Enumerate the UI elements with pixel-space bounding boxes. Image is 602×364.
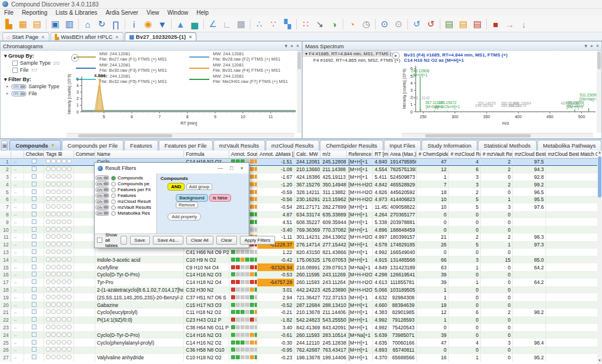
related-tables-icon[interactable]: ⇔ <box>13 235 18 240</box>
toggle-switch[interactable]: ON <box>95 187 109 192</box>
workflow-icon[interactable]: ↻ <box>95 18 109 31</box>
related-tables-icon[interactable]: ⇔ <box>13 175 18 180</box>
tag-circle[interactable] <box>46 302 51 307</box>
result-tab-compounds[interactable]: Compounds▼ <box>9 140 61 151</box>
tag-circle[interactable] <box>56 182 61 186</box>
grid-chart-icon[interactable]: ▩ <box>234 18 248 31</box>
and-operator-chip[interactable]: AND <box>168 183 185 191</box>
row-checkbox[interactable] <box>32 340 36 345</box>
row-checkbox[interactable] <box>32 257 36 262</box>
clear-button[interactable]: Clear <box>216 236 237 245</box>
table-vscrollbar[interactable]: ▲ ▼ <box>597 151 602 364</box>
tag-circle[interactable] <box>67 355 72 359</box>
related-tables-icon[interactable]: ⇔ <box>13 250 18 255</box>
menu-reporting[interactable]: Reporting <box>18 9 51 16</box>
column-header-link[interactable] <box>11 151 24 158</box>
table-row[interactable]: 11⇔Trp...-1.11301.14231284.13902[M+H-H2O… <box>0 233 602 241</box>
tag-circle[interactable] <box>56 257 61 262</box>
filter-by-header[interactable]: ▾ Filter By: <box>4 76 70 82</box>
tag-circle[interactable] <box>51 234 56 239</box>
chromatogram-plot[interactable]: 0123455678910114.844RT [min]Intensity [c… <box>66 74 299 131</box>
filter-table-item-features-per-fil[interactable]: ONFeatures per Fil <box>95 187 156 192</box>
related-tables-icon[interactable]: ⇔ <box>13 182 18 188</box>
tag-circle[interactable] <box>67 159 72 163</box>
tag-circle[interactable] <box>56 355 61 359</box>
row-checkbox[interactable] <box>32 249 36 254</box>
tag-circle[interactable] <box>56 174 61 179</box>
tag-circle[interactable] <box>46 234 51 239</box>
table-row[interactable]: 3⇔An...-1.67424.18386425.19113[M+H]+15.4… <box>0 173 602 181</box>
chromatogram-hscrollbar[interactable] <box>66 133 295 138</box>
tag-circle[interactable] <box>62 302 66 307</box>
scatter-chart-icon[interactable]: ∴ <box>252 18 266 31</box>
tag-circle[interactable] <box>62 234 66 239</box>
tag-circle[interactable] <box>56 332 61 337</box>
apply-filters-button[interactable]: Apply Filters <box>240 236 275 245</box>
add-property-button[interactable]: Add property <box>168 213 201 221</box>
related-tables-icon[interactable]: ⇔ <box>13 303 18 308</box>
toggle-switch[interactable]: ON <box>95 211 109 216</box>
filter-table-item-mzvault-results[interactable]: ONmzVault Results <box>95 205 156 210</box>
column-header-c3[interactable]: # mzVault Results <box>480 151 513 158</box>
timer-icon[interactable]: ◔ <box>345 18 359 31</box>
tag-circle[interactable] <box>51 166 56 171</box>
tag-circle[interactable] <box>56 242 61 246</box>
related-tables-icon[interactable]: ⇔ <box>13 310 18 315</box>
tag-circle[interactable] <box>67 227 72 232</box>
molecule-gray-icon[interactable]: ⊙ <box>392 18 406 31</box>
molecule-blue-icon[interactable]: ⊙ <box>377 18 392 31</box>
table-row[interactable]: 22⇔PI(14:1(9Z)/0:0)C23 H43 O12 P-1.82542… <box>0 316 602 324</box>
row-checkbox[interactable] <box>32 279 36 284</box>
tag-circle[interactable] <box>62 317 66 322</box>
column-header-ref[interactable]: Reference Ion <box>346 151 372 158</box>
column-header-comments[interactable]: Comments <box>73 151 95 158</box>
column-header-calcmw[interactable]: Calc. MW <box>295 151 320 158</box>
clipboard-import-icon[interactable]: ▤ <box>442 18 456 31</box>
table-row[interactable]: 12⇔Ile-TyrC15 H22 N2 O4-61228.37276.1471… <box>0 241 602 249</box>
column-header-conf[interactable]: mzCloud Best Match Confidence <box>546 151 602 158</box>
tag-circle[interactable] <box>67 279 72 284</box>
table-row[interactable]: 10⇔-3.40769.36369770.37082[M+H]+14.89618… <box>0 226 602 233</box>
related-tables-icon[interactable]: ⇔ <box>13 280 18 285</box>
clock-icon[interactable]: ◷ <box>359 18 373 31</box>
column-header-dmass[interactable]: Annot. ΔMass [ppm] <box>257 151 295 158</box>
tag-circle[interactable] <box>56 309 61 314</box>
property-chip[interactable]: Background <box>176 194 208 202</box>
tag-circle[interactable] <box>46 340 51 345</box>
related-tables-icon[interactable]: ⇔ <box>13 167 18 172</box>
related-tables-icon[interactable]: ⇔ <box>13 220 18 225</box>
result-tab-mzcloud-results[interactable]: mzCloud Results <box>266 140 320 151</box>
table-row[interactable]: 1⇔Cyclo...C14 H16 N2 O2-1.51244.12081245… <box>0 158 602 166</box>
mzcloud-icon[interactable]: ■ <box>489 18 503 31</box>
mass-spectrum-plot[interactable]: 0123456250300350400450500245.12808[M+H]+… <box>402 64 598 131</box>
home-icon[interactable]: ⌂ <box>81 18 95 31</box>
related-tables-icon[interactable]: ⇔ <box>13 197 18 202</box>
group-by-header[interactable]: ▾ Group By: <box>4 53 70 59</box>
column-header-best[interactable]: mzCloud Best Match <box>513 151 546 158</box>
tag-circle[interactable] <box>62 295 66 299</box>
tag-circle[interactable] <box>51 212 56 216</box>
column-header-checked[interactable]: Checked <box>24 151 44 158</box>
tag-circle[interactable] <box>46 196 51 201</box>
filter-by-item-sample-type[interactable]: ▸ONSample Type <box>6 84 70 89</box>
scan-item[interactable]: F4 #1692, RT=4.865 min, MS2, FTMS (+) <box>303 57 391 64</box>
tag-circle[interactable] <box>46 317 51 322</box>
tag-circle[interactable] <box>46 287 51 292</box>
related-tables-icon[interactable]: ⇔ <box>13 348 18 353</box>
toggle-switch[interactable]: ON <box>95 199 109 204</box>
tag-circle[interactable] <box>62 227 66 232</box>
tag-circle[interactable] <box>62 189 66 194</box>
table-row[interactable]: 6⇔Le...-0.56230.16291213.15962[M+H-H2O]+… <box>0 196 602 203</box>
related-tables-icon[interactable]: ⇔ <box>13 159 18 165</box>
row-checkbox[interactable] <box>32 242 36 246</box>
tables-overview-icon[interactable]: ▣ <box>1 141 8 151</box>
row-checkbox[interactable] <box>32 196 36 201</box>
scan-item[interactable]: ▾ F4 #1685, RT=4.844 min, MS1, FTMS (+) <box>303 51 391 57</box>
tag-circle[interactable] <box>62 265 66 269</box>
pca-chart-icon[interactable]: ∷ <box>299 18 313 31</box>
tag-circle[interactable] <box>46 257 51 262</box>
tag-circle[interactable] <box>67 347 72 352</box>
trend-chart-icon[interactable]: ∠ <box>206 18 220 31</box>
toggle-switch[interactable]: ON <box>11 91 26 96</box>
tag-circle[interactable] <box>56 347 61 352</box>
